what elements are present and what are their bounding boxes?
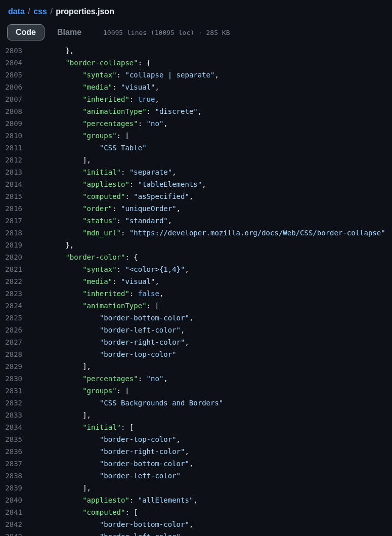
code-line[interactable]: 2803 }, (3, 45, 389, 57)
breadcrumb-link-data[interactable]: data (8, 7, 25, 16)
code-line[interactable]: 2804 "border-collapse": { (3, 57, 389, 69)
line-number[interactable]: 2816 (3, 202, 31, 215)
line-content: }, (31, 239, 389, 251)
code-line[interactable]: 2824 "animationType": [ (3, 300, 389, 312)
code-line[interactable]: 2842 "border-bottom-color", (3, 518, 389, 530)
line-number[interactable]: 2833 (3, 409, 31, 421)
line-content: "syntax": "<color>{1,4}", (31, 263, 389, 275)
line-number[interactable]: 2808 (3, 105, 31, 117)
line-number[interactable]: 2838 (3, 470, 31, 482)
line-number[interactable]: 2819 (3, 239, 31, 251)
code-line[interactable]: 2828 "border-top-color" (3, 348, 389, 360)
code-line[interactable]: 2832 "CSS Backgrounds and Borders" (3, 397, 389, 409)
code-line[interactable]: 2831 "groups": [ (3, 385, 389, 397)
line-number[interactable]: 2810 (3, 130, 31, 142)
code-line[interactable]: 2808 "animationType": "discrete", (3, 105, 389, 117)
line-number[interactable]: 2834 (3, 421, 31, 433)
line-content: "initial": [ (31, 421, 389, 433)
line-number[interactable]: 2811 (3, 142, 31, 154)
line-number[interactable]: 2821 (3, 263, 31, 275)
line-number[interactable]: 2814 (3, 178, 31, 190)
tab-bar: Code Blame 10095 lines (10095 loc) · 285… (3, 19, 389, 44)
line-content: "border-right-color", (31, 445, 389, 458)
line-number[interactable]: 2832 (3, 397, 31, 409)
tab-code[interactable]: Code (7, 24, 45, 40)
line-number[interactable]: 2824 (3, 300, 31, 312)
line-content: "status": "standard", (31, 215, 389, 227)
line-number[interactable]: 2837 (3, 458, 31, 470)
code-line[interactable]: 2830 "percentages": "no", (3, 373, 389, 385)
line-number[interactable]: 2842 (3, 518, 31, 530)
line-content: "percentages": "no", (31, 117, 389, 130)
line-number[interactable]: 2806 (3, 81, 31, 93)
line-number[interactable]: 2804 (3, 57, 31, 69)
breadcrumb-separator: / (50, 7, 52, 16)
line-number[interactable]: 2840 (3, 494, 31, 506)
code-line[interactable]: 2818 "mdn_url": "https://developer.mozil… (3, 227, 389, 239)
breadcrumb-link-css[interactable]: css (33, 7, 47, 16)
code-line[interactable]: 2807 "inherited": true, (3, 93, 389, 105)
line-number[interactable]: 2803 (3, 45, 31, 57)
code-line[interactable]: 2837 "border-bottom-color", (3, 458, 389, 470)
code-line[interactable]: 2835 "border-top-color", (3, 433, 389, 445)
line-content: "mdn_url": "https://developer.mozilla.or… (31, 227, 389, 239)
line-number[interactable]: 2827 (3, 336, 31, 348)
line-number[interactable]: 2809 (3, 117, 31, 130)
line-number[interactable]: 2828 (3, 348, 31, 360)
code-line[interactable]: 2811 "CSS Table" (3, 142, 389, 154)
line-content: ], (31, 482, 389, 494)
code-line[interactable]: 2836 "border-right-color", (3, 445, 389, 458)
line-number[interactable]: 2831 (3, 385, 31, 397)
line-number[interactable]: 2823 (3, 287, 31, 300)
line-number[interactable]: 2839 (3, 482, 31, 494)
line-number[interactable]: 2835 (3, 433, 31, 445)
code-line[interactable]: 2834 "initial": [ (3, 421, 389, 433)
code-line[interactable]: 2819 }, (3, 239, 389, 251)
code-line[interactable]: 2820 "border-color": { (3, 251, 389, 263)
line-number[interactable]: 2815 (3, 190, 31, 202)
code-line[interactable]: 2838 "border-left-color" (3, 470, 389, 482)
line-number[interactable]: 2843 (3, 530, 31, 536)
code-line[interactable]: 2821 "syntax": "<color>{1,4}", (3, 263, 389, 275)
breadcrumb-separator: / (28, 7, 30, 16)
line-number[interactable]: 2818 (3, 227, 31, 239)
line-number[interactable]: 2826 (3, 324, 31, 336)
line-number[interactable]: 2841 (3, 506, 31, 518)
code-line[interactable]: 2806 "media": "visual", (3, 81, 389, 93)
code-line[interactable]: 2839 ], (3, 482, 389, 494)
line-number[interactable]: 2829 (3, 360, 31, 373)
line-number[interactable]: 2820 (3, 251, 31, 263)
line-number[interactable]: 2830 (3, 373, 31, 385)
code-line[interactable]: 2825 "border-bottom-color", (3, 312, 389, 324)
code-line[interactable]: 2815 "computed": "asSpecified", (3, 190, 389, 202)
line-number[interactable]: 2822 (3, 275, 31, 287)
code-line[interactable]: 2814 "appliesto": "tableElements", (3, 178, 389, 190)
breadcrumb: data / css / properties.json (3, 3, 389, 19)
line-content: ], (31, 409, 389, 421)
line-number[interactable]: 2807 (3, 93, 31, 105)
code-line[interactable]: 2816 "order": "uniqueOrder", (3, 202, 389, 215)
code-line[interactable]: 2833 ], (3, 409, 389, 421)
code-line[interactable]: 2805 "syntax": "collapse | separate", (3, 69, 389, 81)
code-line[interactable]: 2817 "status": "standard", (3, 215, 389, 227)
code-line[interactable]: 2823 "inherited": false, (3, 287, 389, 300)
line-number[interactable]: 2836 (3, 445, 31, 458)
code-line[interactable]: 2840 "appliesto": "allElements", (3, 494, 389, 506)
code-line[interactable]: 2812 ], (3, 154, 389, 166)
code-line[interactable]: 2809 "percentages": "no", (3, 117, 389, 130)
code-line[interactable]: 2826 "border-left-color", (3, 324, 389, 336)
line-number[interactable]: 2825 (3, 312, 31, 324)
line-number[interactable]: 2817 (3, 215, 31, 227)
line-number[interactable]: 2812 (3, 154, 31, 166)
code-line[interactable]: 2822 "media": "visual", (3, 275, 389, 287)
line-number[interactable]: 2805 (3, 69, 31, 81)
tab-blame[interactable]: Blame (49, 24, 90, 40)
code-line[interactable]: 2813 "initial": "separate", (3, 166, 389, 178)
code-line[interactable]: 2827 "border-right-color", (3, 336, 389, 348)
code-view[interactable]: 2803 },2804 "border-collapse": {2805 "sy… (3, 44, 389, 536)
code-line[interactable]: 2843 "border-left-color", (3, 530, 389, 536)
code-line[interactable]: 2810 "groups": [ (3, 130, 389, 142)
line-number[interactable]: 2813 (3, 166, 31, 178)
code-line[interactable]: 2829 ], (3, 360, 389, 373)
code-line[interactable]: 2841 "computed": [ (3, 506, 389, 518)
